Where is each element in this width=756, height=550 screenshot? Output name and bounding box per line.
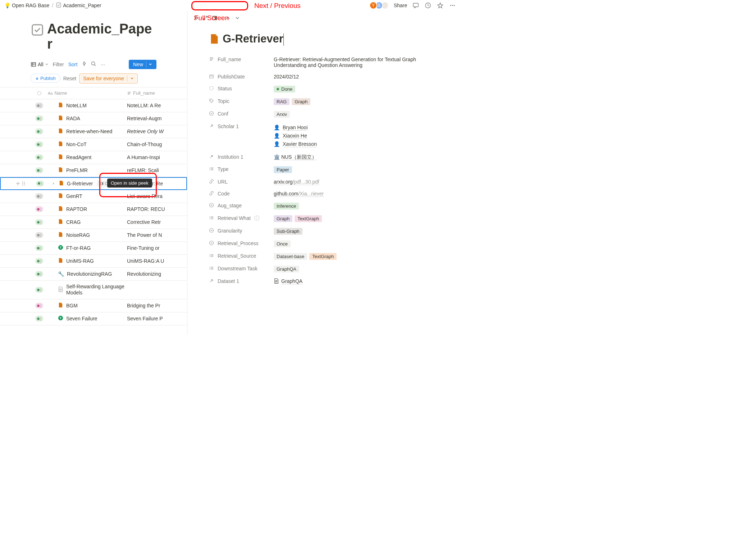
- status-cell[interactable]: |: [31, 154, 48, 160]
- property-row[interactable]: GranularitySub-Graph: [209, 225, 439, 238]
- prev-icon[interactable]: [224, 14, 232, 22]
- next-icon[interactable]: [233, 14, 242, 22]
- more-icon[interactable]: ···: [101, 62, 105, 67]
- scholar-item[interactable]: 👤Xiaoxin He: [274, 132, 317, 140]
- table-row[interactable]: |🔧RevolutionizingRAGRevolutionizing: [0, 268, 187, 281]
- fullname-cell[interactable]: Fine-Tuning or: [127, 245, 187, 251]
- property-value[interactable]: Arxiv: [274, 111, 439, 118]
- search-icon[interactable]: [91, 61, 96, 68]
- property-row[interactable]: TopicRAGGraph: [209, 95, 439, 108]
- status-cell[interactable]: |: [31, 103, 48, 108]
- status-cell[interactable]: |: [31, 141, 48, 147]
- property-value[interactable]: 🏛️ NUS（新国立）: [274, 154, 439, 161]
- property-row[interactable]: ConfArxiv: [209, 108, 439, 121]
- table-row[interactable]: |GenRTList-aware Rera: [0, 190, 187, 203]
- peek-title[interactable]: G-Retriever: [223, 32, 284, 46]
- chevron-down-icon[interactable]: [127, 76, 134, 81]
- property-row[interactable]: StatusDone: [209, 83, 439, 95]
- property-value[interactable]: 👤Bryan Hooi👤Xiaoxin He👤Xavier Bresson: [274, 123, 439, 148]
- property-row[interactable]: Retrieval_SourceDataset-baseTextGraph: [209, 250, 439, 263]
- table-row[interactable]: |RADARetrieval-Augm: [0, 112, 187, 125]
- page-icon[interactable]: [31, 23, 44, 52]
- property-row[interactable]: PublishDate2024/02/12: [209, 71, 439, 83]
- new-button[interactable]: New: [129, 60, 156, 69]
- peek-mode-icon[interactable]: [210, 14, 219, 22]
- table-row[interactable]: |TFT-or-RAGFine-Tuning or: [0, 242, 187, 255]
- fullname-cell[interactable]: RAPTOR: RECU: [127, 206, 187, 212]
- property-value[interactable]: GraphQA: [274, 266, 439, 272]
- property-value[interactable]: Dataset-baseTextGraph: [274, 253, 439, 260]
- status-cell[interactable]: |: [31, 258, 48, 264]
- share-button[interactable]: Share: [394, 3, 407, 8]
- table-row[interactable]: |ReadAgentA Human-Inspi: [0, 151, 187, 164]
- name-cell[interactable]: PreFLMR: [58, 167, 127, 173]
- fullname-cell[interactable]: Chain-of-Thoug: [127, 141, 187, 147]
- history-icon[interactable]: [424, 2, 432, 9]
- property-value[interactable]: github.com/Xia...riever: [274, 191, 439, 197]
- table-row[interactable]: |NoteLLMNoteLLM: A Re: [0, 99, 187, 112]
- status-cell[interactable]: |: [31, 316, 48, 321]
- star-icon[interactable]: [437, 2, 444, 9]
- property-value[interactable]: Sub-Graph: [274, 228, 439, 235]
- fullname-cell[interactable]: A Human-Inspi: [127, 154, 187, 160]
- name-cell[interactable]: Self-Rewarding Language Models: [58, 284, 127, 296]
- fullname-cell[interactable]: Retrieval-Augm: [127, 116, 187, 121]
- fullname-cell[interactable]: Corrective Retr: [127, 219, 187, 225]
- status-cell[interactable]: |: [31, 219, 48, 225]
- table-row[interactable]: |RAPTORRAPTOR: RECU: [0, 203, 187, 216]
- name-cell[interactable]: TFT-or-RAG: [58, 245, 127, 251]
- view-tab-all[interactable]: All: [31, 62, 49, 67]
- chevron-down-icon[interactable]: [146, 62, 152, 67]
- table-row[interactable]: |NoiseRAGThe Power of N: [0, 229, 187, 242]
- status-cell[interactable]: |: [31, 232, 48, 238]
- expand-icon[interactable]: [201, 14, 210, 22]
- table-row[interactable]: |CRAGCorrective Retr: [0, 216, 187, 229]
- name-cell[interactable]: UniMS-RAG: [58, 258, 127, 264]
- save-for-everyone-button[interactable]: Save for everyone: [79, 73, 138, 84]
- property-value[interactable]: GraphQA: [274, 278, 439, 284]
- property-value[interactable]: Done: [274, 86, 439, 93]
- property-value[interactable]: 2024/02/12: [274, 74, 439, 80]
- breadcrumb-current[interactable]: Academic_Paper: [56, 2, 101, 9]
- status-cell[interactable]: |: [31, 303, 48, 308]
- name-cell[interactable]: GenRT: [58, 193, 127, 199]
- status-cell[interactable]: |: [31, 129, 48, 134]
- property-row[interactable]: Downstream TaskGraphQA: [209, 263, 439, 275]
- property-row[interactable]: Full_nameG-Retriever: Retrieval-Augmente…: [209, 54, 439, 71]
- avatar-stack[interactable]: Y S: [372, 1, 389, 9]
- table-row[interactable]: |UniMS-RAGUniMS-RAG:A U: [0, 255, 187, 268]
- close-peek-icon[interactable]: [192, 14, 200, 22]
- name-cell[interactable]: NoteLLM: [58, 102, 127, 109]
- automation-icon[interactable]: [82, 61, 87, 67]
- fullname-cell[interactable]: Seven Failure P: [127, 316, 187, 321]
- name-cell[interactable]: CRAG: [58, 219, 127, 225]
- scholar-item[interactable]: 👤Xavier Bresson: [274, 140, 317, 148]
- table-row[interactable]: |Self-Rewarding Language Models: [0, 281, 187, 299]
- property-row[interactable]: URLarxiv.org/pdf...30.pdf: [209, 176, 439, 188]
- property-row[interactable]: Institution 1🏛️ NUS（新国立）: [209, 151, 439, 163]
- page-title[interactable]: Academic_Paper: [47, 22, 156, 52]
- name-cell[interactable]: ReadAgent: [58, 154, 127, 161]
- fullname-cell[interactable]: NoteLLM: A Re: [127, 103, 187, 108]
- property-row[interactable]: TypePaper: [209, 163, 439, 176]
- status-cell[interactable]: |: [31, 206, 48, 212]
- reset-button[interactable]: Reset: [63, 76, 77, 81]
- status-cell[interactable]: |: [31, 193, 48, 199]
- more-icon[interactable]: [449, 2, 456, 9]
- table-row[interactable]: |BGMBridging the Pr: [0, 299, 187, 312]
- property-value[interactable]: GraphTextGraph: [274, 215, 439, 222]
- status-cell[interactable]: |: [31, 116, 48, 121]
- name-cell[interactable]: Non-CoT: [58, 141, 127, 148]
- fullname-cell[interactable]: Revolutionizing: [127, 271, 187, 277]
- property-value[interactable]: RAGGraph: [274, 98, 439, 105]
- table-row[interactable]: |Retrieve-when-NeedRetrieve Only W: [0, 125, 187, 138]
- property-row[interactable]: Aug_stageInference: [209, 200, 439, 212]
- property-value[interactable]: Inference: [274, 203, 439, 209]
- fullname-cell[interactable]: UniMS-RAG:A U: [127, 258, 187, 264]
- table-row[interactable]: |PreFLMRreFLMR: Scali: [0, 164, 187, 177]
- name-cell[interactable]: RAPTOR: [58, 206, 127, 212]
- expand-icon[interactable]: [49, 182, 59, 185]
- status-cell[interactable]: |: [31, 271, 48, 277]
- property-value[interactable]: Once: [274, 240, 439, 247]
- filter-button[interactable]: Filter: [53, 62, 64, 67]
